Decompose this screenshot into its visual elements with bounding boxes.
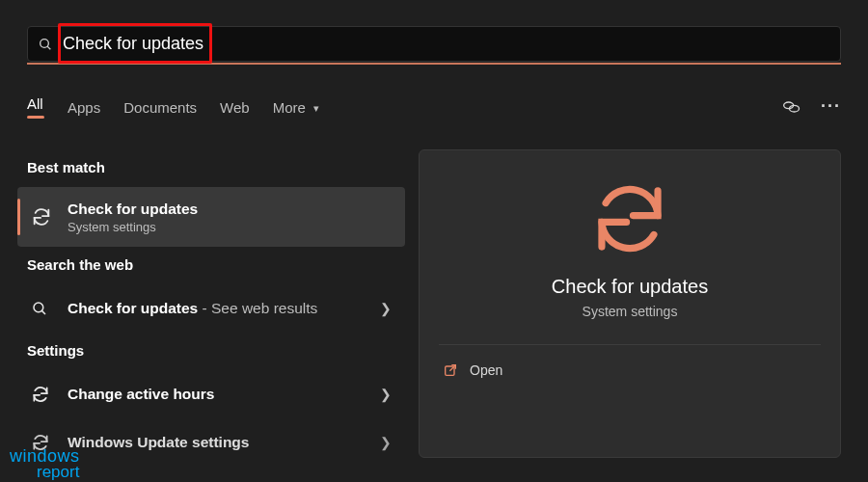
- open-label: Open: [470, 362, 502, 378]
- section-best-match: Best match: [27, 159, 405, 175]
- search-input[interactable]: [63, 34, 830, 54]
- refresh-hero-icon: [420, 179, 840, 258]
- search-underline: [27, 63, 841, 65]
- tab-documents[interactable]: Documents: [123, 99, 197, 121]
- section-settings: Settings: [27, 342, 405, 359]
- detail-card: Check for updates System settings Open: [419, 149, 841, 458]
- tab-web[interactable]: Web: [220, 99, 250, 121]
- refresh-icon: [31, 206, 52, 228]
- chevron-right-icon: ❯: [380, 435, 392, 450]
- open-action[interactable]: Open: [443, 362, 817, 378]
- result-web[interactable]: Check for updates - See web results ❯: [17, 284, 405, 333]
- detail-title: Check for updates: [420, 276, 840, 298]
- more-options-icon[interactable]: ···: [821, 96, 841, 117]
- detail-subtitle: System settings: [420, 304, 840, 319]
- result-title: Check for updates: [68, 201, 392, 218]
- result-title: Change active hours: [68, 386, 380, 403]
- result-best-match[interactable]: Check for updates System settings: [17, 187, 405, 247]
- chat-icon[interactable]: [782, 97, 801, 117]
- search-icon: [38, 37, 53, 52]
- result-title: Check for updates - See web results: [68, 300, 380, 317]
- watermark-line2: report: [37, 465, 80, 480]
- tab-all[interactable]: All: [27, 95, 44, 124]
- chevron-down-icon: ▾: [313, 102, 319, 114]
- filter-tabs: All Apps Documents Web More ▾: [27, 95, 319, 124]
- svg-point-0: [41, 39, 49, 47]
- svg-line-1: [47, 46, 50, 49]
- tab-more[interactable]: More ▾: [273, 99, 319, 121]
- tab-more-label: More: [273, 99, 306, 116]
- result-title: Windows Update settings: [68, 434, 380, 451]
- chevron-right-icon: ❯: [380, 387, 392, 402]
- section-search-web: Search the web: [27, 256, 405, 273]
- result-subtitle: System settings: [68, 220, 392, 234]
- refresh-icon: [31, 385, 52, 404]
- search-icon: [31, 300, 52, 317]
- tab-apps[interactable]: Apps: [68, 99, 100, 121]
- svg-point-4: [34, 303, 43, 312]
- watermark: windows report: [10, 448, 80, 480]
- svg-line-5: [41, 310, 45, 314]
- open-external-icon: [443, 362, 458, 378]
- chevron-right-icon: ❯: [380, 301, 392, 316]
- result-change-active-hours[interactable]: Change active hours ❯: [17, 370, 405, 418]
- search-bar[interactable]: [27, 26, 841, 62]
